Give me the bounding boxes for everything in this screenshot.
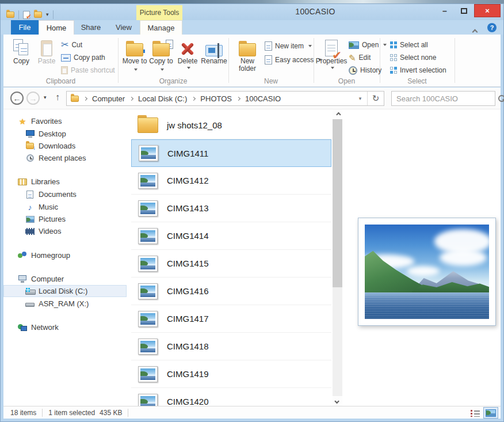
- sidebar-item-asr-ram-x[interactable]: ASR_RAM (X:): [3, 298, 127, 310]
- file-item[interactable]: CIMG1417: [131, 305, 331, 333]
- select-none-button[interactable]: Select none: [390, 52, 436, 63]
- new-folder-quick-icon[interactable]: [34, 12, 42, 18]
- copy-button[interactable]: Copy: [9, 36, 33, 65]
- file-item-selected[interactable]: CIMG1411: [131, 139, 331, 167]
- file-item[interactable]: CIMG1415: [131, 250, 331, 277]
- sidebar-item-computer[interactable]: Computer: [3, 273, 127, 285]
- easy-access-button[interactable]: Easy access: [265, 54, 322, 66]
- select-none-icon: [390, 54, 397, 61]
- tab-manage[interactable]: Manage: [140, 20, 182, 35]
- paste-shortcut-button[interactable]: Paste shortcut: [61, 64, 115, 76]
- vertical-scrollbar[interactable]: [333, 109, 342, 406]
- address-bar[interactable]: Computer Local Disk (C:) PHOTOS 100CASIO…: [66, 91, 384, 106]
- sidebar-item-network[interactable]: Network: [3, 321, 127, 333]
- clock-icon: [26, 154, 34, 162]
- scroll-up-button[interactable]: [333, 109, 342, 119]
- paste-button[interactable]: Paste: [35, 36, 59, 65]
- new-folder-label: New folder: [232, 58, 262, 73]
- refresh-button[interactable]: ↻: [368, 93, 384, 104]
- copy-label: Copy: [13, 58, 29, 65]
- file-item[interactable]: CIMG1414: [131, 222, 331, 250]
- minimize-button[interactable]: –: [436, 5, 453, 16]
- breadcrumb-separator-icon: [192, 96, 196, 100]
- rename-button[interactable]: Rename: [200, 36, 228, 65]
- scrollbar-thumb[interactable]: [333, 119, 342, 287]
- file-item[interactable]: CIMG1416: [131, 277, 331, 305]
- sidebar-item-local-disk-c[interactable]: Local Disk (C:): [3, 285, 127, 297]
- paste-label: Paste: [38, 58, 56, 65]
- minimize-ribbon-button[interactable]: [473, 26, 478, 31]
- file-item[interactable]: CIMG1419: [131, 360, 331, 388]
- help-button[interactable]: ?: [487, 23, 497, 32]
- divider: [53, 10, 54, 19]
- edit-button[interactable]: ✎ Edit: [349, 52, 371, 63]
- cut-button[interactable]: ✂ Cut: [61, 39, 82, 51]
- group-divider: [118, 38, 119, 83]
- open-button[interactable]: Open: [349, 39, 387, 51]
- dropdown-icon: [383, 44, 387, 46]
- file-item[interactable]: CIMG1413: [131, 195, 331, 222]
- properties-button[interactable]: ✔ Properties: [318, 36, 345, 69]
- sidebar-item-homegroup[interactable]: Homegroup: [3, 249, 127, 261]
- file-item[interactable]: CIMG1420: [131, 388, 331, 406]
- paste-shortcut-label: Paste shortcut: [71, 66, 115, 74]
- forward-button[interactable]: ←: [26, 92, 40, 105]
- properties-quick-icon[interactable]: ✔: [23, 11, 30, 19]
- navigation-bar: ← ← ▾ ↑ Computer Local Disk (C:) PHOTOS …: [3, 88, 501, 109]
- sidebar-item-pictures[interactable]: Pictures: [3, 213, 127, 225]
- tab-share[interactable]: Share: [74, 20, 108, 35]
- sidebar-item-libraries[interactable]: Libraries: [3, 176, 127, 188]
- search-box[interactable]: [391, 91, 495, 106]
- rename-icon: [205, 45, 223, 56]
- tab-view[interactable]: View: [108, 20, 140, 35]
- sidebar-label: Network: [31, 323, 59, 332]
- scroll-down-button[interactable]: [333, 396, 342, 406]
- recent-locations-dropdown-icon[interactable]: ▾: [44, 95, 47, 100]
- file-list: jw shots12_08 CIMG1411 CIMG1412 CIMG1413…: [131, 109, 333, 406]
- sidebar-label: Desktop: [39, 130, 66, 138]
- file-item-folder[interactable]: jw shots12_08: [131, 112, 331, 139]
- file-item[interactable]: CIMG1418: [131, 333, 331, 360]
- sidebar-item-documents[interactable]: Documents: [3, 188, 127, 200]
- image-thumbnail-icon: [138, 173, 158, 189]
- maximize-button[interactable]: [456, 5, 472, 16]
- large-icons-view-button[interactable]: [483, 407, 498, 419]
- breadcrumb-local-disk[interactable]: Local Disk (C:): [138, 94, 187, 103]
- search-input[interactable]: [396, 94, 498, 103]
- file-name: CIMG1418: [167, 341, 209, 351]
- breadcrumb-100casio[interactable]: 100CASIO: [245, 94, 281, 103]
- tab-file[interactable]: File: [11, 20, 39, 35]
- check-icon: ✔: [26, 13, 32, 21]
- sidebar-item-music[interactable]: ♪Music: [3, 201, 127, 213]
- qat-customize-dropdown-icon[interactable]: ▾: [46, 12, 49, 17]
- breadcrumb-photos[interactable]: PHOTOS: [200, 94, 232, 103]
- new-item-button[interactable]: New item: [265, 40, 312, 52]
- details-view-button[interactable]: [471, 409, 480, 417]
- copy-path-button[interactable]: Copy path: [61, 52, 105, 63]
- close-button[interactable]: ×: [474, 4, 501, 17]
- address-dropdown-icon[interactable]: ▾: [353, 96, 367, 101]
- new-folder-button[interactable]: New folder: [232, 36, 262, 73]
- sidebar-item-recent-places[interactable]: Recent places: [3, 152, 127, 164]
- invert-selection-button[interactable]: Invert selection: [390, 64, 446, 76]
- move-to-button[interactable]: Move to: [122, 36, 147, 73]
- select-all-button[interactable]: Select all: [390, 39, 428, 51]
- explorer-window: ✔ ▾ Picture Tools 100CASIO – × File Home…: [0, 0, 504, 422]
- dropdown-icon: [331, 67, 334, 69]
- selection-size: 435 KB: [100, 409, 122, 417]
- sidebar-item-videos[interactable]: Videos: [3, 225, 127, 237]
- up-button[interactable]: ↑: [55, 92, 60, 102]
- delete-button[interactable]: Delete: [175, 36, 200, 69]
- file-name: jw shots12_08: [167, 120, 222, 130]
- history-button[interactable]: History: [349, 64, 381, 76]
- back-button[interactable]: ←: [10, 92, 24, 105]
- file-item[interactable]: CIMG1412: [131, 167, 331, 195]
- sidebar-item-downloads[interactable]: ↓Downloads: [3, 140, 127, 152]
- move-to-icon: [126, 43, 143, 56]
- tab-home[interactable]: Home: [39, 20, 74, 35]
- breadcrumb-computer[interactable]: Computer: [92, 94, 125, 103]
- picture-icon: [26, 216, 35, 223]
- sidebar-item-favorites[interactable]: ★Favorites: [3, 115, 127, 127]
- copy-to-button[interactable]: Copy to: [148, 36, 174, 73]
- sidebar-item-desktop[interactable]: Desktop: [3, 128, 127, 140]
